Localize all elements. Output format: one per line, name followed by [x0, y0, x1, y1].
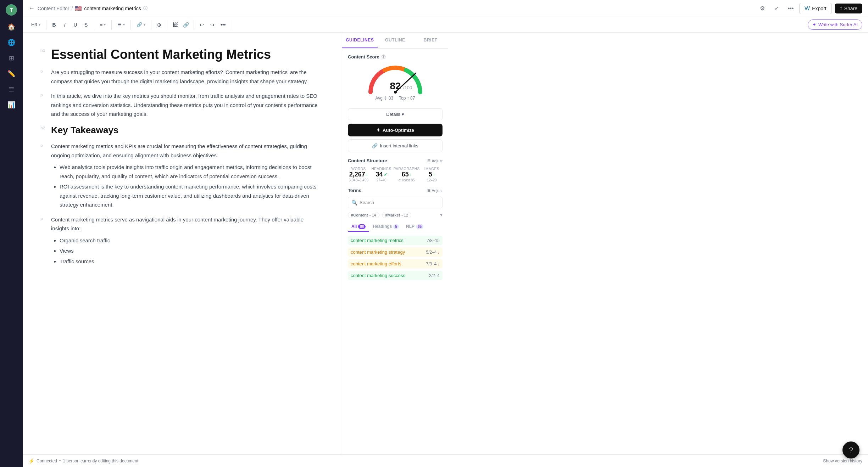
adjust-label: Adjust [432, 159, 443, 163]
content-structure-section: Content Structure ⊞ Adjust WORDS 2,267 [348, 158, 443, 182]
back-button[interactable]: ← [28, 5, 35, 12]
term-list: content marketing metrics 7/8–15 content… [348, 236, 443, 280]
topbar-actions: ⚙ ✓ ••• W Export ⤴ Share [757, 3, 862, 14]
redo-button[interactable]: ↪ [207, 20, 217, 30]
connected-icon: ⚡ [28, 458, 34, 464]
breadcrumb: Content Editor / 🇺🇸 content marketing me… [38, 5, 148, 12]
link-icon: 🔗 [137, 22, 142, 27]
editor-content[interactable]: h1 Essential Content Marketing Metrics p… [23, 33, 342, 454]
toolbar-special-group: ⊕ [154, 20, 167, 30]
p1-text[interactable]: Are you struggling to measure success in… [51, 68, 321, 86]
help-fab[interactable]: ? [842, 441, 859, 458]
term-item-4[interactable]: content marketing success 2/2–4 [348, 271, 443, 280]
underline-icon: U [74, 22, 77, 28]
toolbar-list-group: ☰ ▾ [115, 20, 131, 30]
structure-words: WORDS 2,267 ↑ 3,043–3,499 [348, 167, 369, 182]
export-button[interactable]: W Export [799, 3, 832, 14]
internal-links-button[interactable]: 🔗 Insert internal links [348, 139, 443, 152]
more-button[interactable]: ••• [785, 3, 796, 14]
terms-adjust-button[interactable]: ⊞ Adjust [427, 188, 443, 193]
svg-text:/100: /100 [403, 85, 412, 90]
undo-button[interactable]: ↩ [197, 20, 207, 30]
editor-toolbar: H3 ▾ B I U S ≡ ▾ ☰ ▾ 🔗 ▾ [23, 17, 868, 33]
settings-button[interactable]: ⚙ [757, 3, 768, 14]
list-chevron: ▾ [123, 23, 125, 27]
underline-button[interactable]: U [71, 20, 80, 30]
term-tab-nlp[interactable]: NLP 65 [402, 222, 427, 232]
bold-button[interactable]: B [49, 20, 59, 30]
h2-heading[interactable]: Key Takeaways [51, 124, 321, 136]
tag-content[interactable]: #Content - 14 [348, 212, 379, 218]
term-item-2[interactable]: content marketing strategy 5/2–4 ↓ [348, 247, 443, 257]
sidebar-icon-chart[interactable]: 📊 [4, 98, 18, 112]
p4-block-row: p Content marketing metrics serve as nav… [51, 215, 321, 266]
terms-search-input[interactable] [348, 197, 443, 208]
sidebar-icon-grid[interactable]: ⊞ [4, 51, 18, 65]
breadcrumb-info-icon[interactable]: ⓘ [143, 5, 148, 11]
surfer-ai-button[interactable]: ✦ Write with Surfer AI [808, 19, 862, 30]
auto-optimize-button[interactable]: ✦ Auto-Optimize [348, 124, 443, 136]
p4-text[interactable]: Content marketing metrics serve as navig… [51, 215, 321, 233]
list-button[interactable]: ☰ ▾ [115, 20, 128, 30]
bold-icon: B [52, 22, 56, 28]
term-item-1[interactable]: content marketing metrics 7/8–15 [348, 236, 443, 245]
term-item-3[interactable]: content marketing efforts 7/3–4 ↓ [348, 259, 443, 269]
bullet-1-item-1[interactable]: Web analytics tools provide insights int… [60, 163, 321, 181]
special-button[interactable]: ⊕ [154, 20, 164, 30]
term-tab-headings[interactable]: Headings 5 [369, 222, 402, 232]
tag-content-hash: #Content [351, 213, 368, 217]
share-icon: ⤴ [840, 6, 842, 11]
more-toolbar-icon: ••• [221, 22, 226, 28]
headings-check: ✓ [384, 172, 387, 177]
image-button[interactable]: 🖼 [170, 20, 180, 30]
align-button[interactable]: ≡ ▾ [97, 20, 109, 30]
export-label: Export [812, 6, 826, 11]
h2-label: h2 [40, 126, 45, 130]
sidebar-icon-globe[interactable]: 🌐 [4, 35, 18, 50]
details-button[interactable]: Details ▾ [348, 108, 443, 120]
check-button[interactable]: ✓ [771, 3, 782, 14]
p2-text[interactable]: In this article, we dive into the key me… [51, 91, 321, 119]
bullet-2-item-2[interactable]: Views [60, 246, 321, 255]
tab-brief[interactable]: BRIEF [413, 33, 448, 48]
bullet-2-item-3[interactable]: Traffic sources [60, 257, 321, 266]
heading-selector[interactable]: H3 ▾ [28, 20, 43, 30]
score-label: Content Score [348, 54, 379, 60]
tab-outline[interactable]: OUTLINE [378, 33, 413, 48]
bullet-1-item-2[interactable]: ROI assessment is the key to understandi… [60, 182, 321, 209]
term-tab-all[interactable]: All 80 [348, 222, 369, 232]
breadcrumb-current: content marketing metrics [84, 6, 141, 11]
strikethrough-button[interactable]: S [81, 20, 91, 30]
term-range-2: 5/2–4 ↓ [426, 250, 440, 255]
structure-header: Content Structure ⊞ Adjust [348, 158, 443, 163]
surfer-icon: ✦ [812, 22, 816, 27]
sidebar-icon-list[interactable]: ☰ [4, 82, 18, 96]
term-name-3: content marketing efforts [351, 261, 401, 266]
term-range-1: 7/8–15 [427, 238, 440, 243]
images-range: 12–20 [421, 178, 443, 182]
p3-text[interactable]: Content marketing metrics and KPIs are c… [51, 142, 321, 160]
show-history-button[interactable]: Show version history [823, 458, 862, 463]
panel-body: Content Score ⓘ [342, 49, 448, 454]
bullet-2-item-1[interactable]: Organic search traffic [60, 236, 321, 245]
tag-expand-icon[interactable]: ▾ [440, 212, 443, 218]
italic-button[interactable]: I [60, 20, 70, 30]
avatar[interactable]: T [6, 4, 17, 16]
structure-adjust-button[interactable]: ⊞ Adjust [427, 158, 443, 163]
sidebar-icon-editor[interactable]: ✏️ [4, 67, 18, 81]
share-button[interactable]: ⤴ Share [835, 4, 862, 13]
score-info-icon[interactable]: ⓘ [382, 54, 385, 60]
right-panel: GUIDELINES OUTLINE BRIEF Content Score ⓘ [342, 33, 448, 454]
sidebar-icon-home[interactable]: 🏠 [4, 20, 18, 34]
tag-market[interactable]: #Market - 12 [382, 212, 412, 218]
more-toolbar-button[interactable]: ••• [218, 20, 228, 30]
editors-text: 1 person currently editing this document [63, 458, 138, 463]
toolbar-history-group: ↩ ↪ ••• [197, 20, 231, 30]
h1-heading[interactable]: Essential Content Marketing Metrics [51, 47, 321, 62]
link-button[interactable]: 🔗 ▾ [134, 20, 148, 30]
headings-label: HEADINGS [371, 167, 392, 171]
editor-body: h1 Essential Content Marketing Metrics p… [23, 33, 868, 454]
tab-guidelines[interactable]: GUIDELINES [342, 33, 378, 48]
href-button[interactable]: 🔗 [181, 20, 191, 30]
undo-icon: ↩ [200, 22, 204, 28]
